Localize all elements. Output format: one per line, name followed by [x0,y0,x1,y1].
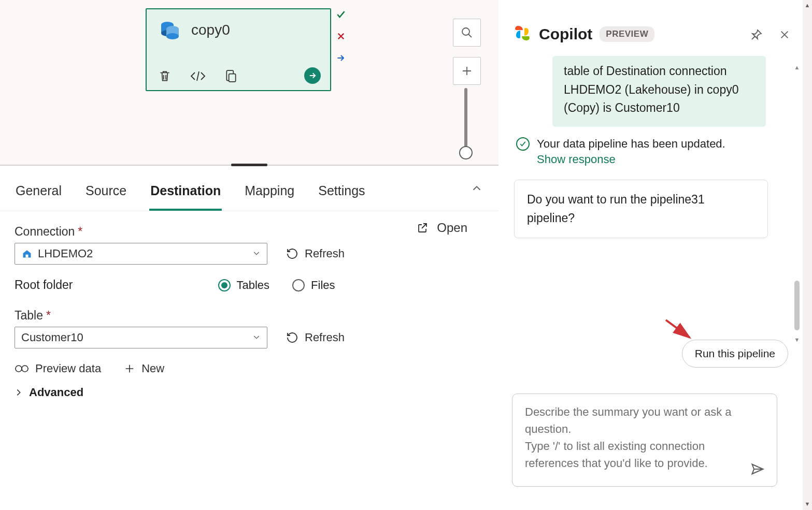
scroll-up-icon[interactable]: ▲ [793,64,801,71]
send-button[interactable] [749,460,766,478]
root-folder-files-radio[interactable]: Files [292,279,335,292]
copy-activity-icon [158,19,181,41]
lakehouse-icon [21,248,33,259]
scroll-down-icon[interactable]: ▼ [804,501,811,508]
chevron-down-icon [252,331,261,344]
destination-form: Connection* LHDEMO2 Refresh [0,211,498,413]
check-circle-icon [516,137,530,151]
activity-title: copy0 [191,22,230,38]
new-table-button[interactable]: New [124,362,164,375]
svg-point-7 [462,28,469,35]
svg-rect-8 [26,255,29,258]
assistant-followup: Do you want to run the pipeline31 pipeli… [514,180,768,238]
advanced-toggle[interactable]: Advanced [15,386,83,399]
activity-status-handles [334,8,348,64]
copilot-logo-icon [513,24,532,45]
table-refresh-button[interactable]: Refresh [286,331,345,344]
pipeline-canvas[interactable]: copy0 [0,0,498,165]
copilot-header: Copilot PREVIEW [498,0,812,50]
chevron-down-icon [252,247,261,260]
show-response-link[interactable]: Show response [537,153,725,166]
activity-toolbar [156,67,240,85]
activity-output-handle[interactable] [304,67,321,84]
copilot-input[interactable]: Describe the summary you want or ask a q… [512,394,777,487]
zoom-slider-thumb[interactable] [459,146,473,159]
svg-point-9 [16,366,22,372]
preview-badge: PREVIEW [600,26,654,42]
connection-label: Connection* [15,225,484,239]
preview-data-button[interactable]: Preview data [15,362,101,375]
copilot-input-placeholder: Describe the summary you want or ask a q… [525,403,746,472]
collapse-panel-button[interactable] [469,181,484,196]
scroll-up-icon[interactable]: ▲ [804,2,811,9]
on-success-handle[interactable] [335,8,347,21]
svg-point-5 [166,33,179,39]
tab-general[interactable]: General [15,178,63,211]
window-scrollbar[interactable]: ▲ ▼ [803,0,812,510]
on-fail-handle[interactable] [335,30,347,42]
pipeline-updated-status: Your data pipeline has been updated. Sho… [516,137,797,166]
on-skip-handle[interactable] [335,52,347,64]
assistant-action-summary: table of Destination connection LHDEMO2 … [552,56,766,127]
copilot-title: Copilot [539,25,592,43]
connection-value: LHDEMO2 [38,247,247,260]
pipeline-editor: copy0 [0,0,498,510]
activity-copy0[interactable]: copy0 [146,8,331,91]
svg-rect-6 [229,74,236,82]
run-this-pipeline-button[interactable]: Run this pipeline [682,340,788,368]
connection-dropdown[interactable]: LHDEMO2 [15,243,267,265]
table-value: Customer10 [21,331,247,344]
scroll-down-icon[interactable]: ▼ [793,337,801,344]
table-dropdown[interactable]: Customer10 [15,327,267,348]
tab-settings[interactable]: Settings [317,178,366,211]
canvas-search-button[interactable] [453,19,481,47]
tab-destination[interactable]: Destination [149,178,222,211]
tab-mapping[interactable]: Mapping [244,178,295,211]
close-button[interactable] [777,27,792,42]
view-code-button[interactable] [189,67,207,85]
scroll-thumb[interactable] [794,281,800,330]
properties-panel: General Source Destination Mapping Setti… [0,165,498,510]
delete-activity-button[interactable] [156,67,174,85]
copilot-scrollbar[interactable]: ▲ ▼ [792,64,802,344]
tab-source[interactable]: Source [84,178,127,211]
root-folder-radio-group: Tables Files [218,279,335,292]
copy-activity-button[interactable] [222,67,240,85]
connection-refresh-button[interactable]: Refresh [286,247,345,260]
copilot-conversation[interactable]: table of Destination connection LHDEMO2 … [498,56,812,346]
svg-point-10 [22,366,28,372]
table-label: Table* [15,309,484,323]
tab-bar: General Source Destination Mapping Setti… [0,166,498,211]
root-folder-label: Root folder [15,278,73,292]
open-connection-button[interactable]: Open [416,221,467,235]
root-folder-tables-radio[interactable]: Tables [218,279,270,292]
canvas-controls [453,19,481,85]
activity-header: copy0 [147,9,330,41]
pin-button[interactable] [749,27,764,42]
canvas-zoom-in-button[interactable] [453,57,481,85]
zoom-slider-track[interactable] [464,88,467,154]
